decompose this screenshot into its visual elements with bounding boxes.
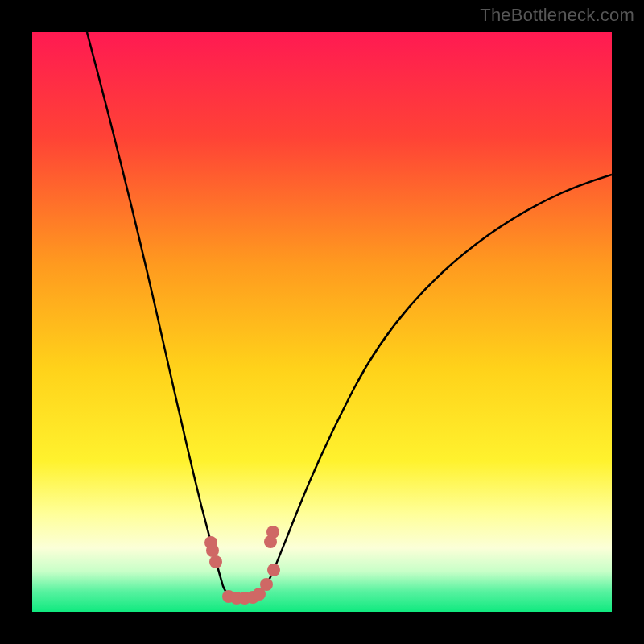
svg-point-2 — [206, 544, 219, 557]
watermark-text: TheBottleneck.com — [480, 5, 634, 26]
svg-point-3 — [209, 555, 222, 568]
svg-point-12 — [266, 526, 279, 539]
plot-area — [32, 32, 612, 612]
svg-point-10 — [267, 564, 280, 576]
curve-layer — [32, 32, 612, 612]
bottleneck-curve — [87, 32, 612, 598]
svg-point-9 — [260, 578, 273, 591]
marker-cluster — [204, 526, 280, 605]
chart-frame: TheBottleneck.com — [0, 0, 644, 644]
